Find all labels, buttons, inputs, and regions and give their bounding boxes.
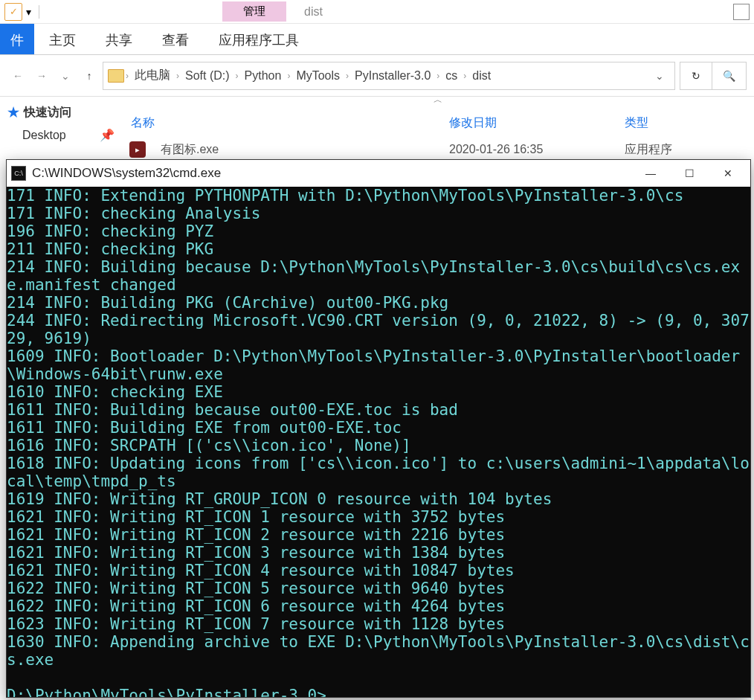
tab-app-tools[interactable]: 应用程序工具 xyxy=(204,24,314,54)
search-input[interactable]: 🔍 xyxy=(712,62,747,90)
chevron-right-icon[interactable]: › xyxy=(175,71,181,81)
close-button[interactable]: ✕ xyxy=(709,160,747,187)
chevron-right-icon[interactable]: › xyxy=(344,71,350,81)
refresh-button[interactable]: ↻ xyxy=(680,62,712,90)
chevron-right-icon[interactable]: › xyxy=(124,71,130,81)
breadcrumb-item[interactable]: dist xyxy=(468,69,495,83)
tab-view[interactable]: 查看 xyxy=(147,24,204,54)
exe-icon: ▸ xyxy=(129,141,146,158)
star-icon: ★ xyxy=(7,104,19,121)
sidebar-item-desktop[interactable]: Desktop 📌 xyxy=(0,123,122,147)
cmd-title: C:\WINDOWS\system32\cmd.exe xyxy=(32,166,221,181)
window-title: dist xyxy=(304,5,323,19)
col-header-name[interactable]: 名称 xyxy=(122,115,449,131)
cmd-output[interactable]: 171 INFO: Extending PYTHONPATH with D:\P… xyxy=(7,187,750,697)
file-name: 有图标.exe xyxy=(152,142,449,158)
sidebar-quick-access[interactable]: ★ 快速访问 xyxy=(0,101,122,123)
ribbon-tabs: 件 主页 共享 查看 应用程序工具 xyxy=(0,24,754,55)
cmd-window: C:\ C:\WINDOWS\system32\cmd.exe — ☐ ✕ 17… xyxy=(6,159,751,698)
minimize-button[interactable]: — xyxy=(631,160,670,187)
breadcrumb-item[interactable]: Python xyxy=(240,69,286,83)
qa-file-icon[interactable]: ✓ xyxy=(4,3,22,21)
folder-icon xyxy=(108,69,124,83)
breadcrumb-item[interactable]: PyInstaller-3.0 xyxy=(350,69,435,83)
nav-recent-icon[interactable]: ⌄ xyxy=(55,65,76,86)
pin-icon: 📌 xyxy=(100,128,115,142)
nav-forward-icon[interactable]: → xyxy=(31,65,52,86)
manage-tab[interactable]: 管理 xyxy=(222,1,286,22)
col-header-type[interactable]: 类型 xyxy=(625,115,744,131)
address-dropdown-icon[interactable]: ⌄ xyxy=(649,70,670,82)
sidebar-item-label: Desktop xyxy=(22,129,66,142)
breadcrumb-item[interactable]: 此电脑 xyxy=(130,68,175,83)
tab-file[interactable]: 件 xyxy=(0,24,34,54)
tab-share[interactable]: 共享 xyxy=(91,24,147,54)
cmd-icon: C:\ xyxy=(11,166,26,181)
address-bar[interactable]: › 此电脑 › Soft (D:) › Python › MyTools › P… xyxy=(103,62,675,90)
explorer-titlebar: ✓ ▾ 管理 dist xyxy=(0,0,754,24)
window-restore-icon[interactable] xyxy=(733,4,750,20)
breadcrumb-item[interactable]: MyTools xyxy=(291,69,344,83)
col-header-date[interactable]: 修改日期 xyxy=(449,115,625,131)
nav-up-icon[interactable]: ↑ xyxy=(79,65,100,86)
tab-home[interactable]: 主页 xyxy=(34,24,91,54)
column-headers: 名称 修改日期 类型 xyxy=(122,109,754,137)
separator xyxy=(39,5,39,19)
nav-back-icon[interactable]: ← xyxy=(7,65,28,86)
collapse-chevron-icon[interactable]: ︿ xyxy=(122,94,754,106)
cmd-titlebar[interactable]: C:\ C:\WINDOWS\system32\cmd.exe — ☐ ✕ xyxy=(7,160,750,187)
quick-access-label: 快速访问 xyxy=(24,105,71,121)
address-row: ← → ⌄ ↑ › 此电脑 › Soft (D:) › Python › MyT… xyxy=(0,55,754,97)
breadcrumb-item[interactable]: cs xyxy=(441,69,462,83)
file-type: 应用程序 xyxy=(625,142,744,158)
chevron-right-icon[interactable]: › xyxy=(462,71,468,81)
file-date: 2020-01-26 16:35 xyxy=(449,143,625,156)
breadcrumb-item[interactable]: Soft (D:) xyxy=(181,69,234,83)
qa-dropdown-icon[interactable]: ▾ xyxy=(22,6,34,18)
chevron-right-icon[interactable]: › xyxy=(286,71,291,81)
chevron-right-icon[interactable]: › xyxy=(435,71,441,81)
file-row[interactable]: ▸ 有图标.exe 2020-01-26 16:35 应用程序 xyxy=(122,137,754,162)
chevron-right-icon[interactable]: › xyxy=(234,71,240,81)
maximize-button[interactable]: ☐ xyxy=(670,160,709,187)
